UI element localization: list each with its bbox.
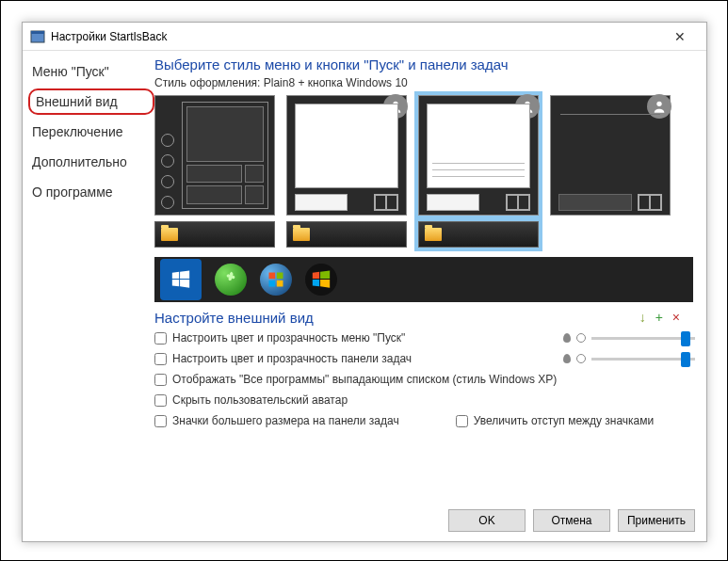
close-button[interactable]: ✕	[661, 23, 699, 50]
opt-startmenu-color: Настроить цвет и прозрачность меню "Пуск…	[154, 331, 695, 345]
label-hide-avatar: Скрыть пользовательский аватар	[172, 393, 348, 407]
checkbox-hide-avatar[interactable]	[154, 394, 167, 407]
titlebar: Настройки StartIsBack ✕	[23, 23, 706, 51]
label-wider-spacing: Увеличить отступ между значками	[474, 414, 655, 427]
menu-style-2[interactable]	[286, 95, 407, 216]
start-orbs	[154, 257, 693, 302]
menu-style-4[interactable]	[550, 95, 671, 216]
sidebar: Меню "Пуск" Внешний вид Переключение Доп…	[23, 51, 154, 541]
apply-button[interactable]: Применить	[618, 509, 695, 532]
customize-heading: Настройте внешний вид	[154, 310, 695, 326]
opt-icons-row: Значки большего размера на панели задач …	[154, 414, 695, 427]
windows-color-icon	[311, 269, 332, 290]
windows-flag-icon	[267, 270, 285, 289]
orb-win7[interactable]	[260, 264, 292, 296]
add-style-button[interactable]: +	[655, 310, 663, 325]
checkbox-taskbar-color[interactable]	[154, 353, 167, 365]
cancel-button[interactable]: Отмена	[533, 509, 610, 532]
opt-taskbar-color: Настроить цвет и прозрачность панели зад…	[154, 352, 695, 365]
checkbox-large-icons[interactable]	[154, 415, 167, 427]
download-style-button[interactable]: ↓	[639, 310, 646, 325]
style-toolbar: ↓ + ×	[639, 310, 680, 325]
dialog-buttons: OK Отмена Применить	[448, 509, 695, 532]
settings-window: Настройки StartIsBack ✕ Меню "Пуск" Внеш…	[22, 22, 707, 542]
ok-button[interactable]: OK	[448, 509, 526, 532]
checkbox-startmenu-color[interactable]	[154, 332, 167, 345]
orb-shamrock[interactable]	[215, 264, 247, 296]
page-heading: Выберите стиль меню и кнопки "Пуск" и па…	[154, 56, 695, 72]
menu-style-3[interactable]	[418, 95, 539, 216]
taskbar-style-3[interactable]	[418, 221, 539, 248]
checkbox-wider-spacing[interactable]	[456, 415, 468, 427]
windows-icon	[170, 269, 191, 290]
taskbar-style-1[interactable]	[154, 221, 275, 248]
taskbar-style-thumbs	[154, 221, 695, 248]
orb-colorful[interactable]	[305, 264, 337, 296]
label-startmenu-color: Настроить цвет и прозрачность меню "Пуск…	[172, 331, 405, 345]
slider-taskbar[interactable]	[591, 358, 695, 361]
menu-style-thumbnails	[154, 95, 695, 216]
app-icon	[30, 29, 45, 44]
label-taskbar-color: Настроить цвет и прозрачность панели зад…	[172, 352, 412, 365]
tint-icon	[563, 333, 571, 343]
sidebar-item-appearance[interactable]: Внешний вид	[28, 88, 154, 115]
remove-style-button[interactable]: ×	[672, 310, 680, 325]
slider-startmenu[interactable]	[591, 337, 695, 340]
sidebar-item-about[interactable]: О программе	[28, 179, 154, 205]
label-all-programs-xp: Отображать "Все программы" выпадающим сп…	[172, 373, 557, 386]
taskbar-style-2[interactable]	[286, 221, 407, 248]
checkbox-all-programs-xp[interactable]	[154, 374, 167, 386]
sidebar-item-start-menu[interactable]: Меню "Пуск"	[28, 58, 154, 85]
opt-all-programs-xp: Отображать "Все программы" выпадающим сп…	[154, 373, 695, 386]
svg-rect-1	[31, 31, 44, 34]
content: Меню "Пуск" Внешний вид Переключение Доп…	[23, 51, 706, 541]
style-label: Стиль оформления: Plain8 + кнопка Window…	[154, 76, 695, 89]
menu-style-1[interactable]	[154, 95, 275, 216]
sidebar-item-advanced[interactable]: Дополнительно	[28, 149, 154, 175]
main-panel: Выберите стиль меню и кнопки "Пуск" и па…	[154, 51, 706, 541]
shamrock-icon	[221, 270, 240, 289]
color-picker-icon[interactable]	[576, 354, 586, 363]
opt-hide-avatar: Скрыть пользовательский аватар	[154, 393, 695, 407]
label-large-icons: Значки большего размера на панели задач	[172, 414, 399, 427]
sidebar-item-switching[interactable]: Переключение	[28, 119, 154, 145]
color-picker-icon[interactable]	[576, 333, 586, 343]
window-title: Настройки StartIsBack	[51, 30, 661, 43]
orb-win10[interactable]	[160, 259, 202, 300]
tint-icon	[563, 354, 571, 363]
